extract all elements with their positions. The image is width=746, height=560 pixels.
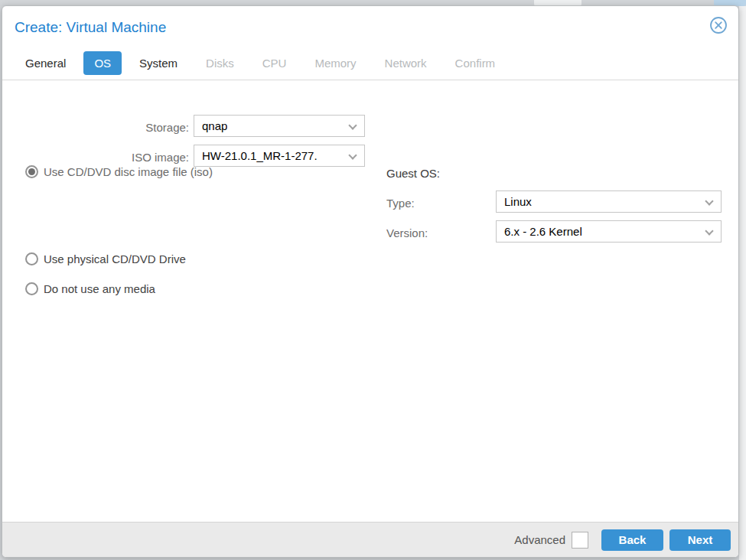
- radio-physical-drive[interactable]: Use physical CD/DVD Drive: [25, 252, 186, 265]
- next-button[interactable]: Next: [669, 529, 731, 551]
- version-label: Version:: [386, 226, 478, 239]
- chevron-down-icon: [348, 121, 357, 129]
- chevron-down-icon: [705, 197, 713, 205]
- close-button[interactable]: [709, 16, 728, 34]
- radio-unselected-icon: [25, 252, 38, 265]
- tab-confirm: Confirm: [445, 51, 507, 75]
- back-button[interactable]: Back: [601, 529, 663, 551]
- tab-disks: Disks: [195, 51, 245, 75]
- tab-os[interactable]: OS: [83, 51, 122, 75]
- tab-memory: Memory: [304, 51, 366, 75]
- storage-select[interactable]: qnap: [194, 115, 365, 137]
- radio-physical-drive-label: Use physical CD/DVD Drive: [44, 252, 186, 265]
- iso-image-label: ISO image:: [74, 151, 189, 164]
- dialog-title: Create: Virtual Machine: [15, 19, 166, 36]
- tab-system[interactable]: System: [129, 51, 188, 75]
- type-label: Type:: [386, 197, 478, 210]
- storage-value: qnap: [202, 119, 227, 132]
- iso-image-select[interactable]: HW-21.0.1_MR-1-277.: [194, 145, 365, 167]
- dialog-header: Create: Virtual Machine: [2, 6, 738, 47]
- radio-use-iso-label: Use CD/DVD disc image file (iso): [44, 165, 213, 178]
- os-tab-panel: Use CD/DVD disc image file (iso) Storage…: [2, 80, 738, 529]
- tab-general[interactable]: General: [15, 51, 77, 75]
- radio-unselected-icon: [25, 282, 38, 295]
- radio-no-media[interactable]: Do not use any media: [25, 282, 155, 295]
- tab-cpu: CPU: [252, 51, 298, 75]
- chevron-down-icon: [705, 226, 713, 235]
- advanced-label: Advanced: [514, 533, 565, 546]
- version-select[interactable]: 6.x - 2.6 Kernel: [496, 220, 722, 243]
- version-value: 6.x - 2.6 Kernel: [504, 225, 582, 238]
- tab-network: Network: [374, 51, 438, 75]
- chevron-down-icon: [348, 151, 357, 159]
- close-icon: [709, 16, 728, 34]
- create-vm-dialog: Create: Virtual Machine General OS Syste…: [2, 5, 739, 558]
- type-value: Linux: [504, 195, 532, 208]
- radio-selected-icon: [25, 165, 38, 178]
- background-panel-edge: [739, 6, 746, 560]
- wizard-tabbar: General OS System Disks CPU Memory Netwo…: [2, 47, 738, 80]
- advanced-checkbox[interactable]: [572, 532, 588, 549]
- iso-image-value: HW-21.0.1_MR-1-277.: [202, 149, 318, 162]
- storage-label: Storage:: [74, 121, 189, 134]
- guest-os-heading: Guest OS:: [386, 167, 440, 180]
- radio-use-iso[interactable]: Use CD/DVD disc image file (iso): [25, 165, 213, 178]
- radio-no-media-label: Do not use any media: [44, 282, 155, 295]
- dialog-footer: Advanced Back Next: [2, 522, 738, 557]
- type-select[interactable]: Linux: [496, 190, 722, 213]
